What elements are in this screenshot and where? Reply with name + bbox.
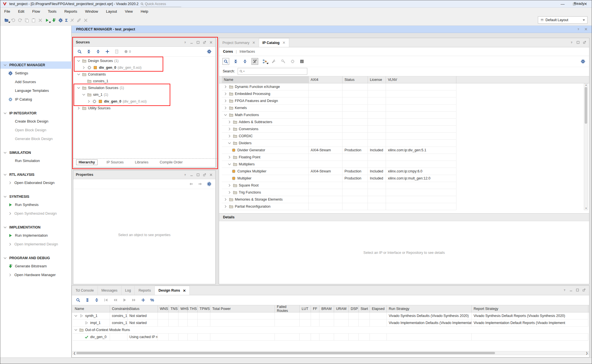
menu-flow[interactable]: Flow [28, 8, 44, 15]
column-header-elapsed[interactable]: Elapsed [370, 305, 387, 312]
source-tree-item[interactable]: sim_1 (1) [73, 91, 215, 98]
close-tab-icon[interactable]: ✕ [282, 41, 286, 45]
column-header-total-power[interactable]: Total Power [210, 305, 275, 312]
chevron-right-icon[interactable] [227, 120, 231, 124]
column-header-status[interactable]: Status [343, 76, 368, 83]
chevron-down-icon[interactable] [3, 195, 7, 199]
flow-item-run-synthesis[interactable]: Run Synthesis [0, 200, 72, 209]
source-tree-item[interactable]: div_gen_0 (div_gen_0.xci) [73, 98, 215, 105]
expand-all-button[interactable] [242, 59, 248, 64]
flow-section-rtl-analysis[interactable]: RTL ANALYSIS [0, 171, 72, 178]
column-header-ff[interactable]: FF [311, 305, 319, 312]
ip-catalog-row[interactable]: CORDIC [222, 133, 456, 140]
chevron-right-icon[interactable] [227, 127, 231, 131]
add-button[interactable] [105, 49, 110, 54]
column-header-dsp[interactable]: DSP [349, 305, 359, 312]
properties-panel-header[interactable]: Properties ? [73, 170, 215, 179]
chevron-right-icon[interactable] [8, 273, 12, 277]
source-tree-item[interactable]: Design Sources (1) [73, 57, 215, 64]
chevron-right-icon[interactable] [224, 92, 227, 96]
help-icon[interactable]: ? [183, 41, 187, 44]
float-icon[interactable] [203, 41, 206, 44]
info-button[interactable]: i [299, 59, 305, 64]
chevron-down-icon[interactable] [3, 63, 7, 67]
chevron-down-icon[interactable] [227, 162, 231, 166]
chevron-right-icon[interactable] [227, 134, 231, 138]
maximize-icon[interactable] [196, 41, 200, 44]
column-header-lut[interactable]: LUT [300, 305, 311, 312]
chevron-right-icon[interactable] [224, 197, 227, 201]
menu-help[interactable]: Help [137, 8, 152, 15]
column-header-report-strategy[interactable]: Report Strategy [472, 305, 588, 312]
run-button[interactable] [44, 17, 50, 23]
delete-button[interactable] [37, 17, 43, 23]
chevron-down-icon[interactable] [3, 225, 7, 229]
ip-catalog-row[interactable]: MultiplierProductionIncludedxilinx.com:i… [222, 175, 456, 182]
chevron-right-icon[interactable] [224, 205, 227, 208]
collapse-all-button[interactable] [86, 49, 92, 54]
column-header-tpws[interactable]: TPWS [198, 305, 210, 312]
percent-button[interactable]: % [150, 297, 154, 303]
minimize-window-button[interactable]: — [561, 2, 565, 6]
chevron-down-icon[interactable] [227, 141, 231, 145]
chevron-right-icon[interactable] [87, 99, 91, 103]
flow-section-ip-integrator[interactable]: IP INTEGRATOR [0, 110, 72, 117]
ip-catalog-row[interactable]: Square Root [222, 182, 456, 189]
column-header-name[interactable]: Name [222, 76, 309, 83]
flow-item-ip-catalog[interactable]: IP Catalog [0, 95, 72, 104]
report-button[interactable]: ? [114, 49, 120, 54]
view-tab-interfaces[interactable]: Interfaces [240, 50, 255, 54]
column-header-start[interactable]: Start [359, 305, 370, 312]
ip-search-input[interactable]: ▾ [238, 68, 307, 75]
redo-button[interactable] [17, 17, 23, 23]
minimize-icon[interactable] [569, 288, 573, 292]
ip-catalog-row[interactable]: Multipliers [222, 161, 456, 168]
search-button[interactable] [77, 49, 82, 54]
expand-all-button[interactable] [94, 297, 100, 303]
license-key-button[interactable] [280, 59, 286, 64]
flow-section-implementation[interactable]: IMPLEMENTATION [0, 224, 72, 231]
column-header-failed-routes[interactable]: Failed Routes [275, 305, 300, 312]
chevron-down-icon[interactable] [77, 59, 81, 63]
chevron-down-icon[interactable] [82, 93, 86, 97]
search-button[interactable] [75, 297, 81, 303]
ip-catalog-row[interactable]: Dividers [222, 140, 456, 147]
menu-file[interactable]: File [0, 8, 14, 15]
bottom-tab-design-runs[interactable]: Design Runs✕ [155, 286, 190, 295]
cancel-button[interactable] [83, 17, 89, 23]
scroll-down-icon[interactable]: ▼ [585, 207, 587, 210]
ip-catalog-row[interactable]: Embedded Processing [222, 90, 456, 97]
source-tree-item[interactable]: Utility Sources [73, 105, 215, 112]
chevron-down-icon[interactable] [224, 113, 227, 117]
open-file-button[interactable] [4, 17, 9, 23]
minimize-icon[interactable] [190, 41, 193, 44]
ip-catalog-row[interactable]: Memories & Storage Elements [222, 196, 456, 203]
chevron-down-icon[interactable] [74, 314, 78, 318]
ip-catalog-row[interactable]: Trig Functions [222, 189, 456, 196]
bottom-tab-tcl-console[interactable]: Tcl Console [72, 286, 98, 295]
minimize-icon[interactable] [190, 173, 193, 177]
menu-tools[interactable]: Tools [44, 8, 60, 15]
copy-button[interactable] [24, 17, 30, 23]
search-button[interactable] [222, 58, 229, 65]
chevron-right-icon[interactable] [224, 106, 227, 110]
create-runs-button[interactable] [140, 297, 146, 303]
source-tree-item[interactable]: constrs_1 [73, 78, 215, 85]
flow-item-open-block-design[interactable]: Open Block Design [0, 126, 72, 134]
doc-tab-project-summary[interactable]: Project Summary✕ [219, 38, 259, 47]
flow-item-open-implemented-design[interactable]: Open Implemented Design [0, 240, 72, 248]
column-header-vlnv[interactable]: VLNV [386, 76, 456, 83]
ip-catalog-row[interactable]: FPGA Features and Design [222, 97, 456, 105]
close-icon[interactable] [209, 41, 213, 44]
view-tab-cores[interactable]: Cores [223, 50, 233, 54]
chevron-right-icon[interactable] [224, 99, 227, 103]
quick-access-search[interactable]: Quick Access [140, 1, 181, 7]
column-header-uram[interactable]: URAM [334, 305, 349, 312]
close-icon[interactable] [584, 27, 588, 31]
source-tree-item[interactable]: Simulation Sources (1) [73, 85, 215, 91]
settings-button[interactable] [58, 17, 63, 23]
forward-button[interactable] [197, 181, 203, 187]
generate-bitstream-button[interactable] [51, 17, 57, 23]
bottom-tab-log[interactable]: Log [122, 286, 135, 295]
source-tree-item[interactable]: div_gen_0 (div_gen_0.xci) [73, 64, 215, 71]
